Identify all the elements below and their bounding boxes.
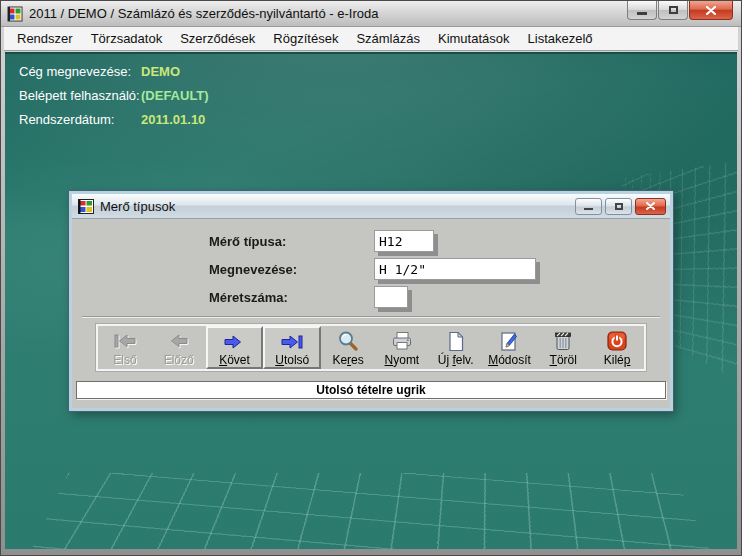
previous-icon	[166, 330, 192, 352]
window-title: 2011 / DEMO / Számlázó és szerződés-nyil…	[29, 6, 378, 21]
maximize-icon	[669, 6, 678, 14]
status-text: Utolsó tételre ugrik	[316, 383, 425, 397]
dialog-statusbar: Utolsó tételre ugrik	[76, 381, 666, 399]
meter-type-label: Mérő típusa:	[209, 234, 374, 249]
exit-button[interactable]: Kilép	[590, 326, 644, 369]
dialog-titlebar[interactable]: Merő típusok	[72, 194, 670, 219]
print-button[interactable]: Nyomt	[375, 326, 429, 369]
session-info: Cég megnevezése: DEMO Belépett felhaszná…	[19, 64, 209, 136]
dialog-minimize-button[interactable]	[575, 198, 602, 215]
search-label: Keres	[332, 353, 363, 367]
dialog-close-button[interactable]	[635, 198, 666, 215]
meter-size-input[interactable]	[374, 286, 408, 308]
dialog-minimize-icon	[584, 208, 593, 210]
menu-rendszer[interactable]: Rendszer	[8, 28, 82, 49]
search-button[interactable]: Keres	[321, 326, 375, 369]
desktop-background: Cég megnevezése: DEMO Belépett felhaszná…	[5, 52, 737, 549]
main-window: 2011 / DEMO / Számlázó és szerződés-nyil…	[0, 0, 742, 556]
user-row: Belépett felhasználó: (DEFAULT)	[19, 88, 209, 103]
menu-torzsadatok[interactable]: Törzsadatok	[82, 28, 172, 49]
meter-name-row: Megnevezése:	[72, 258, 670, 280]
company-value: DEMO	[141, 64, 180, 79]
meter-type-row: Mérő típusa:	[72, 230, 670, 252]
menu-kimutatasok[interactable]: Kimutatások	[429, 28, 519, 49]
maximize-button[interactable]	[658, 1, 688, 20]
company-row: Cég megnevezése: DEMO	[19, 64, 209, 79]
delete-label: Töröl	[550, 353, 577, 367]
minimize-button[interactable]	[627, 1, 657, 20]
toolbar-separator	[82, 316, 660, 318]
previous-record-button: Előző	[152, 326, 206, 369]
menu-szamlazas[interactable]: Számlázás	[347, 28, 429, 49]
edit-label: Módosít	[488, 353, 531, 367]
background-grid-decoration	[5, 474, 737, 549]
meter-name-input[interactable]	[374, 258, 536, 280]
new-record-button[interactable]: Új felv.	[429, 326, 483, 369]
meter-size-label: Méretszáma:	[209, 290, 374, 305]
meter-size-row: Méretszáma:	[72, 286, 670, 308]
print-icon	[390, 330, 414, 352]
system-date-label: Rendszerdátum:	[19, 112, 141, 127]
window-controls	[627, 1, 733, 20]
new-record-icon	[447, 330, 465, 352]
system-date-value: 2011.01.10	[141, 112, 205, 127]
next-label: Követ	[219, 353, 250, 367]
first-label: Első	[113, 353, 136, 367]
first-icon	[112, 330, 138, 352]
exit-label: Kilép	[604, 353, 631, 367]
user-label: Belépett felhasználó:	[19, 88, 141, 103]
next-icon	[221, 332, 247, 352]
meter-types-dialog: Merő típusok Mérő típusa:	[69, 191, 673, 411]
delete-button[interactable]: Töröl	[536, 326, 590, 369]
dialog-title: Merő típusok	[100, 199, 575, 214]
dialog-controls	[575, 198, 666, 215]
dialog-restore-button[interactable]	[605, 198, 632, 215]
dialog-window-icon	[78, 199, 94, 214]
record-navigation-toolbar: Első Előző	[96, 324, 646, 371]
dialog-close-icon	[646, 202, 655, 210]
last-label: Utolsó	[275, 353, 309, 367]
minimize-icon	[637, 12, 647, 15]
close-icon	[706, 6, 716, 15]
edit-icon	[499, 330, 519, 352]
company-label: Cég megnevezése:	[19, 64, 141, 79]
menubar: Rendszer Törzsadatok Szerződések Rögzíté…	[4, 27, 738, 51]
next-record-button[interactable]: Követ	[206, 326, 264, 369]
exit-icon	[607, 330, 627, 352]
new-record-label: Új felv.	[438, 353, 474, 367]
dialog-restore-icon	[615, 203, 623, 210]
print-label: Nyomt	[385, 353, 420, 367]
first-record-button: Első	[98, 326, 152, 369]
menu-szerzodesek[interactable]: Szerződések	[171, 28, 264, 49]
close-button[interactable]	[689, 1, 733, 20]
user-value: (DEFAULT)	[141, 88, 209, 103]
meter-name-label: Megnevezése:	[209, 262, 374, 277]
search-icon	[337, 330, 359, 352]
system-date-row: Rendszerdátum: 2011.01.10	[19, 112, 209, 127]
dialog-body: Mérő típusa: Megnevezése: Méretszáma:	[72, 219, 670, 411]
app-window-icon	[7, 6, 23, 22]
edit-button[interactable]: Módosít	[483, 326, 537, 369]
previous-label: Előző	[164, 353, 194, 367]
menu-listakezelo[interactable]: Listakezelő	[519, 28, 602, 49]
last-record-button[interactable]: Utolsó	[263, 326, 321, 369]
last-icon	[279, 332, 305, 352]
delete-icon	[553, 330, 573, 352]
menu-rogzitesek[interactable]: Rögzítések	[264, 28, 347, 49]
meter-type-input[interactable]	[374, 230, 434, 252]
